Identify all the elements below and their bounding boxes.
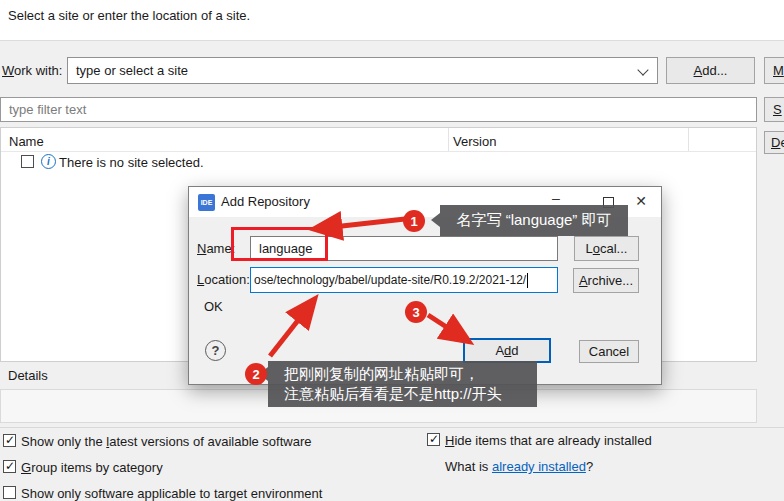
text-cursor <box>527 273 528 288</box>
section-divider <box>0 427 784 428</box>
close-icon[interactable]: ✕ <box>630 193 652 209</box>
location-label: Location: <box>197 272 250 287</box>
checkbox-hide-installed[interactable] <box>427 433 440 446</box>
dialog-title: Add Repository <box>221 194 310 209</box>
work-with-label: Work with: <box>2 63 62 78</box>
select-all-button-cut[interactable]: S <box>764 97 784 122</box>
cancel-button[interactable]: Cancel <box>579 340 639 363</box>
row-checkbox[interactable] <box>21 155 34 168</box>
already-installed-link[interactable]: already installed <box>492 459 586 474</box>
deselect-all-button-cut[interactable]: De <box>764 131 784 154</box>
step-3-badge: 3 <box>405 301 427 323</box>
add-button[interactable]: Add <box>463 338 551 363</box>
combo-value: type or select a site <box>76 63 188 78</box>
checkbox-hide-installed-label: Hide items that are already installed <box>445 433 652 448</box>
archive-button[interactable]: Archive... <box>573 268 639 293</box>
checkbox-group-by-category-label: Group items by category <box>21 460 163 475</box>
work-with-combo[interactable]: type or select a site <box>67 57 658 84</box>
ok-text: OK <box>204 299 223 314</box>
checkbox-group-by-category[interactable] <box>3 460 16 473</box>
step-1-badge: 1 <box>403 210 425 232</box>
info-icon: i <box>41 154 56 169</box>
banner-text: Select a site or enter the location of a… <box>8 8 250 23</box>
filter-input[interactable] <box>0 97 757 122</box>
step-1-callout: 名字写 “language” 即可 <box>440 205 628 236</box>
row-label: There is no site selected. <box>59 155 204 170</box>
add-repository-button[interactable]: Add... <box>666 57 755 84</box>
checkbox-latest-versions[interactable] <box>3 434 16 447</box>
column-divider <box>688 128 689 151</box>
installed-question: What is already installed? <box>445 459 593 474</box>
local-button[interactable]: Local... <box>574 236 639 261</box>
step-2-badge: 2 <box>245 363 267 385</box>
name-label: Name: <box>197 241 235 256</box>
step-2-callout: 把刚刚复制的网址粘贴即可， 注意粘贴后看看是不是http://开头 <box>268 361 537 407</box>
checkbox-target-environment[interactable] <box>3 486 16 499</box>
checkbox-latest-versions-label: Show only the latest versions of availab… <box>21 434 312 449</box>
help-button[interactable]: ? <box>205 340 226 361</box>
manage-button-cut[interactable]: M <box>764 57 784 84</box>
install-software-window: Select a site or enter the location of a… <box>0 0 784 501</box>
callout-notch <box>431 213 440 227</box>
details-label: Details <box>8 368 48 383</box>
column-header-name[interactable]: Name <box>9 134 44 149</box>
header-divider <box>1 151 756 152</box>
highlight-rectangle <box>231 227 328 261</box>
checkbox-target-environment-label: Show only software applicable to target … <box>21 486 322 501</box>
column-divider <box>448 128 449 151</box>
location-input[interactable]: ose/technology/babel/update-site/R0.19.2… <box>250 267 558 293</box>
minimize-button[interactable]: – <box>541 190 571 206</box>
chevron-down-icon[interactable] <box>637 64 648 75</box>
app-icon: IDE <box>198 194 215 211</box>
column-header-version[interactable]: Version <box>453 134 496 149</box>
